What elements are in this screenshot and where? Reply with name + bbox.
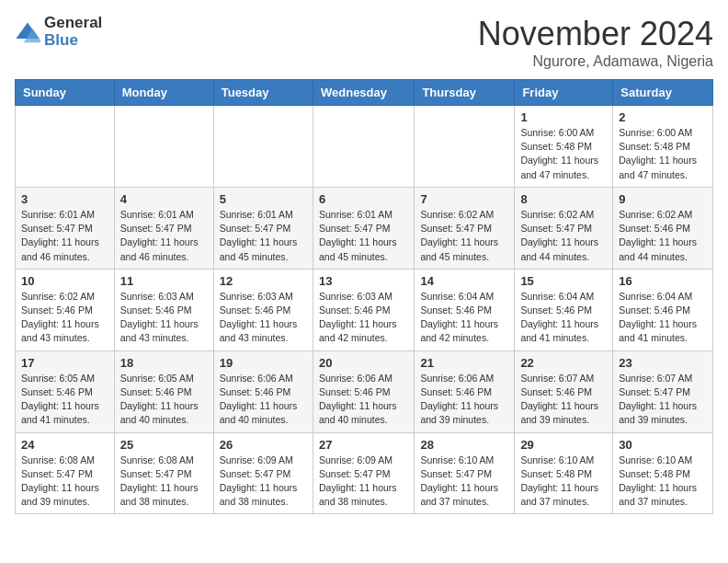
logo-icon [15,19,40,45]
calendar-cell: 18Sunrise: 6:05 AM Sunset: 5:46 PM Dayli… [114,350,213,432]
calendar-cell: 7Sunrise: 6:02 AM Sunset: 5:47 PM Daylig… [415,187,515,269]
weekday-header-thursday: Thursday [415,80,515,106]
calendar-cell: 16Sunrise: 6:04 AM Sunset: 5:46 PM Dayli… [613,269,713,350]
calendar-cell: 12Sunrise: 6:03 AM Sunset: 5:46 PM Dayli… [213,269,313,350]
day-info: Sunrise: 6:07 AM Sunset: 5:46 PM Dayligh… [520,372,607,428]
page-header: General Blue November 2024 Ngurore, Adam… [15,15,713,70]
day-info: Sunrise: 6:06 AM Sunset: 5:46 PM Dayligh… [420,372,508,428]
day-number: 22 [520,356,607,370]
day-info: Sunrise: 6:02 AM Sunset: 5:47 PM Dayligh… [520,208,607,264]
day-number: 18 [120,356,208,370]
day-number: 28 [420,438,508,452]
calendar-cell: 25Sunrise: 6:08 AM Sunset: 5:47 PM Dayli… [114,432,213,514]
weekday-header-sunday: Sunday [16,80,115,106]
day-info: Sunrise: 6:06 AM Sunset: 5:46 PM Dayligh… [319,372,408,428]
day-info: Sunrise: 6:01 AM Sunset: 5:47 PM Dayligh… [220,208,307,264]
calendar-cell [114,106,213,188]
day-number: 8 [520,192,607,206]
day-info: Sunrise: 6:08 AM Sunset: 5:47 PM Dayligh… [120,454,208,510]
day-info: Sunrise: 6:03 AM Sunset: 5:46 PM Dayligh… [220,290,307,346]
day-info: Sunrise: 6:01 AM Sunset: 5:47 PM Dayligh… [21,208,108,264]
day-number: 15 [520,274,607,288]
day-number: 21 [420,356,508,370]
day-number: 2 [619,110,707,124]
calendar-cell: 3Sunrise: 6:01 AM Sunset: 5:47 PM Daylig… [16,187,115,269]
calendar-cell: 28Sunrise: 6:10 AM Sunset: 5:47 PM Dayli… [415,432,515,514]
calendar-week-1: 1Sunrise: 6:00 AM Sunset: 5:48 PM Daylig… [16,106,713,188]
day-info: Sunrise: 6:09 AM Sunset: 5:47 PM Dayligh… [319,454,408,510]
calendar-cell: 11Sunrise: 6:03 AM Sunset: 5:46 PM Dayli… [114,269,213,350]
day-number: 20 [319,356,408,370]
calendar-cell: 15Sunrise: 6:04 AM Sunset: 5:46 PM Dayli… [515,269,613,350]
day-info: Sunrise: 6:01 AM Sunset: 5:47 PM Dayligh… [319,208,408,264]
day-info: Sunrise: 6:06 AM Sunset: 5:46 PM Dayligh… [220,372,307,428]
day-info: Sunrise: 6:05 AM Sunset: 5:46 PM Dayligh… [120,372,208,428]
day-info: Sunrise: 6:00 AM Sunset: 5:48 PM Dayligh… [619,126,707,182]
calendar-week-2: 3Sunrise: 6:01 AM Sunset: 5:47 PM Daylig… [16,187,713,269]
day-info: Sunrise: 6:10 AM Sunset: 5:48 PM Dayligh… [619,454,707,510]
day-info: Sunrise: 6:02 AM Sunset: 5:46 PM Dayligh… [21,290,108,346]
calendar-cell: 4Sunrise: 6:01 AM Sunset: 5:47 PM Daylig… [114,187,213,269]
day-info: Sunrise: 6:10 AM Sunset: 5:47 PM Dayligh… [420,454,508,510]
day-info: Sunrise: 6:08 AM Sunset: 5:47 PM Dayligh… [21,454,108,510]
calendar-cell [16,106,115,188]
day-info: Sunrise: 6:04 AM Sunset: 5:46 PM Dayligh… [619,290,707,346]
day-number: 11 [120,274,208,288]
day-number: 23 [619,356,707,370]
day-info: Sunrise: 6:02 AM Sunset: 5:46 PM Dayligh… [619,208,707,264]
calendar: SundayMondayTuesdayWednesdayThursdayFrid… [15,79,713,514]
logo: General Blue [15,15,102,49]
calendar-cell [415,106,515,188]
calendar-cell [313,106,414,188]
calendar-cell: 5Sunrise: 6:01 AM Sunset: 5:47 PM Daylig… [213,187,313,269]
day-info: Sunrise: 6:03 AM Sunset: 5:46 PM Dayligh… [120,290,208,346]
day-number: 4 [120,192,208,206]
day-info: Sunrise: 6:07 AM Sunset: 5:47 PM Dayligh… [619,372,707,428]
day-number: 19 [220,356,307,370]
title-block: November 2024 Ngurore, Adamawa, Nigeria [478,15,713,70]
calendar-week-5: 24Sunrise: 6:08 AM Sunset: 5:47 PM Dayli… [16,432,713,514]
calendar-cell: 2Sunrise: 6:00 AM Sunset: 5:48 PM Daylig… [613,106,713,188]
calendar-cell: 10Sunrise: 6:02 AM Sunset: 5:46 PM Dayli… [16,269,115,350]
day-info: Sunrise: 6:00 AM Sunset: 5:48 PM Dayligh… [520,126,607,182]
day-info: Sunrise: 6:03 AM Sunset: 5:46 PM Dayligh… [319,290,408,346]
day-info: Sunrise: 6:04 AM Sunset: 5:46 PM Dayligh… [420,290,508,346]
calendar-cell: 26Sunrise: 6:09 AM Sunset: 5:47 PM Dayli… [213,432,313,514]
weekday-header-row: SundayMondayTuesdayWednesdayThursdayFrid… [16,80,713,106]
day-info: Sunrise: 6:05 AM Sunset: 5:46 PM Dayligh… [21,372,108,428]
day-number: 6 [319,192,408,206]
calendar-cell: 29Sunrise: 6:10 AM Sunset: 5:48 PM Dayli… [515,432,613,514]
logo-text: General Blue [44,15,102,49]
calendar-cell: 17Sunrise: 6:05 AM Sunset: 5:46 PM Dayli… [16,350,115,432]
day-number: 12 [220,274,307,288]
calendar-cell [213,106,313,188]
calendar-cell: 21Sunrise: 6:06 AM Sunset: 5:46 PM Dayli… [415,350,515,432]
calendar-cell: 22Sunrise: 6:07 AM Sunset: 5:46 PM Dayli… [515,350,613,432]
calendar-cell: 23Sunrise: 6:07 AM Sunset: 5:47 PM Dayli… [613,350,713,432]
weekday-header-friday: Friday [515,80,613,106]
calendar-cell: 6Sunrise: 6:01 AM Sunset: 5:47 PM Daylig… [313,187,414,269]
day-number: 9 [619,192,707,206]
calendar-week-4: 17Sunrise: 6:05 AM Sunset: 5:46 PM Dayli… [16,350,713,432]
calendar-cell: 1Sunrise: 6:00 AM Sunset: 5:48 PM Daylig… [515,106,613,188]
calendar-cell: 9Sunrise: 6:02 AM Sunset: 5:46 PM Daylig… [613,187,713,269]
day-number: 25 [120,438,208,452]
day-number: 10 [21,274,108,288]
calendar-cell: 24Sunrise: 6:08 AM Sunset: 5:47 PM Dayli… [16,432,115,514]
weekday-header-wednesday: Wednesday [313,80,414,106]
location: Ngurore, Adamawa, Nigeria [478,53,713,70]
month-title: November 2024 [478,15,713,53]
calendar-cell: 19Sunrise: 6:06 AM Sunset: 5:46 PM Dayli… [213,350,313,432]
weekday-header-monday: Monday [114,80,213,106]
day-number: 5 [220,192,307,206]
day-number: 7 [420,192,508,206]
weekday-header-tuesday: Tuesday [213,80,313,106]
calendar-cell: 14Sunrise: 6:04 AM Sunset: 5:46 PM Dayli… [415,269,515,350]
day-number: 29 [520,438,607,452]
calendar-cell: 20Sunrise: 6:06 AM Sunset: 5:46 PM Dayli… [313,350,414,432]
day-info: Sunrise: 6:10 AM Sunset: 5:48 PM Dayligh… [520,454,607,510]
day-number: 14 [420,274,508,288]
day-number: 24 [21,438,108,452]
calendar-cell: 27Sunrise: 6:09 AM Sunset: 5:47 PM Dayli… [313,432,414,514]
day-number: 26 [220,438,307,452]
